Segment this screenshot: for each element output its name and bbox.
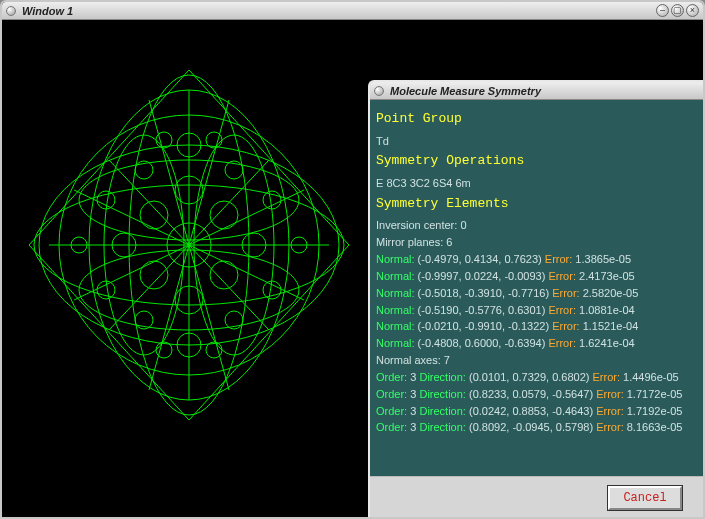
- dialog-titlebar: Molecule Measure Symmetry: [370, 82, 705, 100]
- window-controls: – ▢ ×: [656, 4, 699, 17]
- normal-value: (-0.5190, -0.5776, 0.6301): [418, 304, 546, 316]
- normal-key: Normal:: [376, 287, 415, 299]
- maximize-icon[interactable]: ▢: [671, 4, 684, 17]
- normal-axis-row: Order: 3 Direction: (0.0242, 0.8853, -0.…: [376, 404, 700, 419]
- mirror-count: 6: [446, 236, 452, 248]
- main-window-title: Window 1: [22, 5, 73, 17]
- axes-count: 7: [444, 354, 450, 366]
- error-value: 1.7192e-05: [627, 405, 683, 417]
- svg-point-11: [210, 201, 238, 229]
- normal-value: (-0.4979, 0.4134, 0.7623): [418, 253, 542, 265]
- dialog-title: Molecule Measure Symmetry: [390, 85, 541, 97]
- normal-key: Normal:: [376, 253, 415, 265]
- order-key: Order:: [376, 405, 407, 417]
- normal-value: (-0.9997, 0.0224, -0.0093): [418, 270, 546, 282]
- normal-key: Normal:: [376, 320, 415, 332]
- normal-key: Normal:: [376, 304, 415, 316]
- error-key: Error:: [593, 371, 621, 383]
- normal-value: (-0.4808, 0.6000, -0.6394): [418, 337, 546, 349]
- heading-pointgroup: Point Group: [376, 110, 700, 128]
- molecule-wireframe: [14, 50, 364, 430]
- mirror-plane-row: Normal: (-0.4979, 0.4134, 0.7623) Error:…: [376, 252, 700, 267]
- normal-value: (-0.5018, -0.3910, -0.7716): [418, 287, 549, 299]
- normal-key: Normal:: [376, 270, 415, 282]
- order-key: Order:: [376, 421, 407, 433]
- direction-key: Direction:: [419, 388, 465, 400]
- error-value: 1.7172e-05: [627, 388, 683, 400]
- error-key: Error:: [552, 287, 580, 299]
- app-menu-icon[interactable]: [6, 6, 16, 16]
- main-window: Window 1 – ▢ ×: [0, 0, 705, 519]
- direction-value: (0.0242, 0.8853, -0.4643): [469, 405, 593, 417]
- order-value: 3: [410, 371, 416, 383]
- axes-label: Normal axes:: [376, 354, 441, 366]
- error-key: Error:: [548, 304, 576, 316]
- order-key: Order:: [376, 371, 407, 383]
- symops-value: E 8C3 3C2 6S4 6m: [376, 176, 700, 191]
- order-key: Order:: [376, 388, 407, 400]
- inversion-value: 0: [460, 219, 466, 231]
- error-key: Error:: [552, 320, 580, 332]
- axes-list: Order: 3 Direction: (0.0101, 0.7329, 0.6…: [376, 370, 700, 435]
- mirror-plane-row: Normal: (-0.9997, 0.0224, -0.0093) Error…: [376, 269, 700, 284]
- inversion-label: Inversion center:: [376, 219, 457, 231]
- error-value: 1.6241e-04: [579, 337, 635, 349]
- direction-value: (0.8233, 0.0579, -0.5647): [469, 388, 593, 400]
- error-key: Error:: [548, 270, 576, 282]
- error-value: 8.1663e-05: [627, 421, 683, 433]
- error-key: Error:: [545, 253, 573, 265]
- mirror-plane-row: Normal: (-0.4808, 0.6000, -0.6394) Error…: [376, 336, 700, 351]
- error-value: 1.1521e-04: [583, 320, 639, 332]
- mirror-plane-row: Normal: (-0.5018, -0.3910, -0.7716) Erro…: [376, 286, 700, 301]
- close-icon[interactable]: ×: [686, 4, 699, 17]
- normal-value: (-0.0210, -0.9910, -0.1322): [418, 320, 549, 332]
- normal-key: Normal:: [376, 337, 415, 349]
- svg-point-12: [140, 261, 168, 289]
- dialog-menu-icon[interactable]: [374, 86, 384, 96]
- order-value: 3: [410, 388, 416, 400]
- dialog-body: Point Group Td Symmetry Operations E 8C3…: [370, 100, 705, 476]
- error-key: Error:: [596, 388, 624, 400]
- main-titlebar: Window 1 – ▢ ×: [2, 2, 703, 20]
- direction-key: Direction:: [419, 405, 465, 417]
- mirror-plane-row: Normal: (-0.0210, -0.9910, -0.1322) Erro…: [376, 319, 700, 334]
- order-value: 3: [410, 405, 416, 417]
- cancel-button[interactable]: Cancel: [608, 486, 682, 510]
- normal-axis-row: Order: 3 Direction: (0.8233, 0.0579, -0.…: [376, 387, 700, 402]
- order-value: 3: [410, 421, 416, 433]
- symmetry-dialog: Molecule Measure Symmetry Point Group Td…: [368, 80, 705, 519]
- pointgroup-value: Td: [376, 134, 700, 149]
- direction-key: Direction:: [419, 421, 465, 433]
- mirror-list: Normal: (-0.4979, 0.4134, 0.7623) Error:…: [376, 252, 700, 351]
- inversion-row: Inversion center: 0: [376, 218, 700, 233]
- error-key: Error:: [596, 405, 624, 417]
- minimize-icon[interactable]: –: [656, 4, 669, 17]
- heading-symelem: Symmetry Elements: [376, 195, 700, 213]
- error-value: 1.4496e-05: [623, 371, 679, 383]
- mirror-label: Mirror planes:: [376, 236, 443, 248]
- error-value: 2.4173e-05: [579, 270, 635, 282]
- normal-axis-row: Order: 3 Direction: (0.0101, 0.7329, 0.6…: [376, 370, 700, 385]
- normal-axis-row: Order: 3 Direction: (0.8092, -0.0945, 0.…: [376, 420, 700, 435]
- error-key: Error:: [548, 337, 576, 349]
- mirror-plane-row: Normal: (-0.5190, -0.5776, 0.6301) Error…: [376, 303, 700, 318]
- mirror-header: Mirror planes: 6: [376, 235, 700, 250]
- svg-point-10: [140, 201, 168, 229]
- svg-point-13: [210, 261, 238, 289]
- direction-key: Direction:: [419, 371, 465, 383]
- axes-header: Normal axes: 7: [376, 353, 700, 368]
- error-value: 1.0881e-04: [579, 304, 635, 316]
- error-value: 2.5820e-05: [583, 287, 639, 299]
- viewport-3d[interactable]: Molecule Measure Symmetry Point Group Td…: [4, 20, 701, 515]
- dialog-footer: Cancel: [370, 476, 705, 518]
- error-value: 1.3865e-05: [575, 253, 631, 265]
- direction-value: (0.8092, -0.0945, 0.5798): [469, 421, 593, 433]
- direction-value: (0.0101, 0.7329, 0.6802): [469, 371, 589, 383]
- error-key: Error:: [596, 421, 624, 433]
- heading-symops: Symmetry Operations: [376, 152, 700, 170]
